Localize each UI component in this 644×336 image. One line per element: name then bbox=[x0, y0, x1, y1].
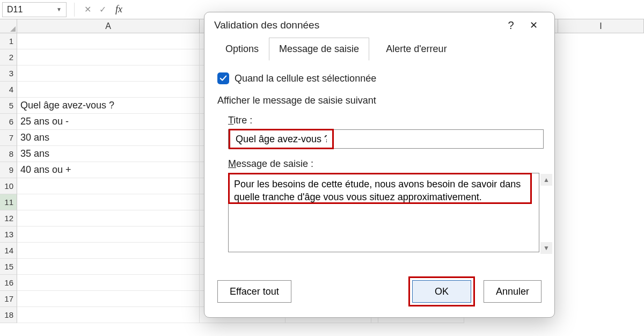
row-header[interactable]: 14 bbox=[0, 243, 17, 259]
row-header[interactable]: 2 bbox=[0, 49, 17, 65]
row-header[interactable]: 3 bbox=[0, 65, 17, 82]
cell-A7[interactable]: 30 ans bbox=[17, 130, 200, 146]
row-header[interactable]: 1 bbox=[0, 33, 17, 49]
show-when-selected-row[interactable]: Quand la cellule est sélectionnée bbox=[217, 72, 541, 84]
clear-all-button[interactable]: Effacer tout bbox=[217, 280, 291, 303]
row-header[interactable]: 10 bbox=[0, 178, 17, 194]
scroll-up-icon[interactable]: ▲ bbox=[540, 174, 552, 186]
row-header[interactable]: 6 bbox=[0, 114, 17, 130]
row-header[interactable]: 12 bbox=[0, 210, 17, 227]
title-input-wrapper bbox=[228, 129, 544, 149]
scroll-down-icon[interactable]: ▼ bbox=[540, 242, 552, 254]
tab-input-message[interactable]: Message de saisie bbox=[269, 38, 369, 61]
name-box[interactable]: D11 ▼ bbox=[2, 2, 67, 17]
dialog-body: Quand la cellule est sélectionnée Affich… bbox=[204, 61, 554, 269]
accept-formula-icon[interactable]: ✓ bbox=[95, 2, 110, 17]
row-header[interactable]: 5 bbox=[0, 98, 17, 114]
row-header[interactable]: 15 bbox=[0, 259, 17, 275]
row-header[interactable]: 17 bbox=[0, 291, 17, 307]
message-textarea[interactable] bbox=[228, 173, 539, 252]
column-header-I[interactable]: I bbox=[558, 19, 644, 33]
row-header[interactable]: 13 bbox=[0, 227, 17, 243]
tab-error-alert[interactable]: Alerte d'erreur bbox=[376, 38, 457, 61]
row-header-active[interactable]: 11 bbox=[0, 194, 17, 210]
row-header[interactable]: 4 bbox=[0, 82, 17, 98]
row-header[interactable]: 7 bbox=[0, 130, 17, 146]
column-header-A[interactable]: A bbox=[17, 19, 200, 33]
cancel-button[interactable]: Annuler bbox=[484, 280, 541, 303]
row-headers: 1 2 3 4 5 6 7 8 9 10 11 12 13 14 15 16 1… bbox=[0, 33, 17, 323]
dialog-title: Validation des données bbox=[214, 19, 319, 31]
cell-A6[interactable]: 25 ans ou - bbox=[17, 114, 200, 130]
data-validation-dialog: Validation des données ? ✕ Options Messa… bbox=[204, 12, 555, 318]
separator bbox=[74, 3, 75, 17]
row-header[interactable]: 8 bbox=[0, 146, 17, 162]
close-button[interactable]: ✕ bbox=[522, 19, 545, 31]
cancel-formula-icon[interactable]: ✕ bbox=[80, 2, 95, 17]
checkbox-label: Quand la cellule est sélectionnée bbox=[235, 73, 376, 84]
dialog-footer: Effacer tout OK Annuler bbox=[204, 269, 554, 317]
help-button[interactable]: ? bbox=[500, 19, 522, 32]
cell-A8[interactable]: 35 ans bbox=[17, 146, 200, 162]
dialog-tabs: Options Message de saisie Alerte d'erreu… bbox=[204, 38, 554, 61]
tab-options[interactable]: Options bbox=[215, 38, 269, 61]
message-label: Message de saisie : bbox=[228, 158, 541, 170]
fx-icon[interactable]: fx bbox=[115, 4, 122, 15]
select-all-corner[interactable] bbox=[0, 19, 17, 33]
dialog-titlebar[interactable]: Validation des données ? ✕ bbox=[204, 12, 554, 38]
section-label: Afficher le message de saisie suivant bbox=[217, 95, 541, 106]
title-label: Titre : bbox=[228, 115, 541, 126]
row-header[interactable]: 9 bbox=[0, 162, 17, 178]
cell-A9[interactable]: 40 ans ou + bbox=[17, 162, 200, 178]
cell-A5[interactable]: Quel âge avez-vous ? bbox=[17, 98, 200, 114]
checkbox-checked-icon[interactable] bbox=[217, 72, 229, 84]
chevron-down-icon: ▼ bbox=[56, 6, 62, 12]
title-input[interactable] bbox=[230, 130, 332, 148]
row-header[interactable]: 18 bbox=[0, 307, 17, 323]
name-box-value: D11 bbox=[7, 5, 23, 14]
row-header[interactable]: 16 bbox=[0, 275, 17, 291]
ok-button[interactable]: OK bbox=[412, 280, 471, 303]
